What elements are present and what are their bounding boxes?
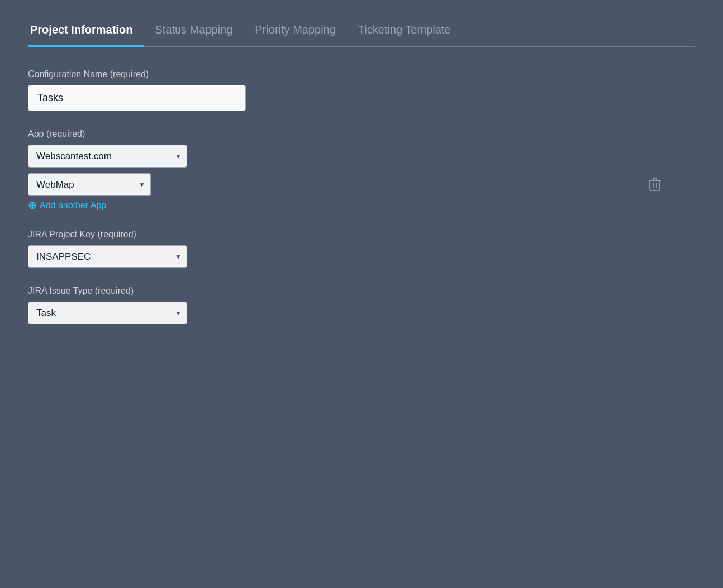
app-select-wrapper-1: Webscantest.com ▼ xyxy=(28,145,187,168)
svg-rect-4 xyxy=(653,179,657,180)
config-name-label: Configuration Name (required) xyxy=(28,69,695,79)
app-delete-action xyxy=(151,177,695,193)
jira-issue-type-select[interactable]: Task xyxy=(28,302,187,324)
jira-project-key-select-wrapper: INSAPPSEC ▼ xyxy=(28,245,187,268)
app-dropdown-row-1: Webscantest.com ▼ xyxy=(28,145,695,168)
add-another-app-label: Add another App xyxy=(40,200,106,211)
jira-project-key-label: JIRA Project Key (required) xyxy=(28,230,695,240)
tab-project-information[interactable]: Project Information xyxy=(28,17,144,47)
app-select-2[interactable]: WebMap xyxy=(28,173,151,196)
svg-rect-0 xyxy=(650,180,660,190)
jira-project-key-section: JIRA Project Key (required) INSAPPSEC ▼ xyxy=(28,230,695,268)
tab-status-mapping[interactable]: Status Mapping xyxy=(144,17,244,47)
app-section: App (required) Webscantest.com ▼ WebMap … xyxy=(28,129,695,212)
app-label: App (required) xyxy=(28,129,695,139)
jira-issue-type-label: JIRA Issue Type (required) xyxy=(28,286,695,296)
delete-app-icon[interactable] xyxy=(648,177,662,193)
add-another-app-link[interactable]: ⊕ Add another App xyxy=(28,199,106,212)
app-select-wrapper-2: WebMap ▼ xyxy=(28,173,151,196)
tab-bar: Project Information Status Mapping Prior… xyxy=(28,17,695,47)
tab-priority-mapping[interactable]: Priority Mapping xyxy=(244,17,347,47)
tab-ticketing-template[interactable]: Ticketing Template xyxy=(347,17,462,47)
config-name-section: Configuration Name (required) xyxy=(28,69,695,111)
add-app-circle-plus-icon: ⊕ xyxy=(28,199,36,212)
jira-issue-type-section: JIRA Issue Type (required) Task ▼ xyxy=(28,286,695,324)
app-dropdowns: Webscantest.com ▼ WebMap ▼ xyxy=(28,145,695,196)
config-name-input[interactable] xyxy=(28,85,246,111)
jira-project-key-select[interactable]: INSAPPSEC xyxy=(28,245,187,268)
app-select-1[interactable]: Webscantest.com xyxy=(28,145,187,168)
app-dropdown-row-2: WebMap ▼ xyxy=(28,173,695,196)
jira-issue-type-select-wrapper: Task ▼ xyxy=(28,302,187,324)
